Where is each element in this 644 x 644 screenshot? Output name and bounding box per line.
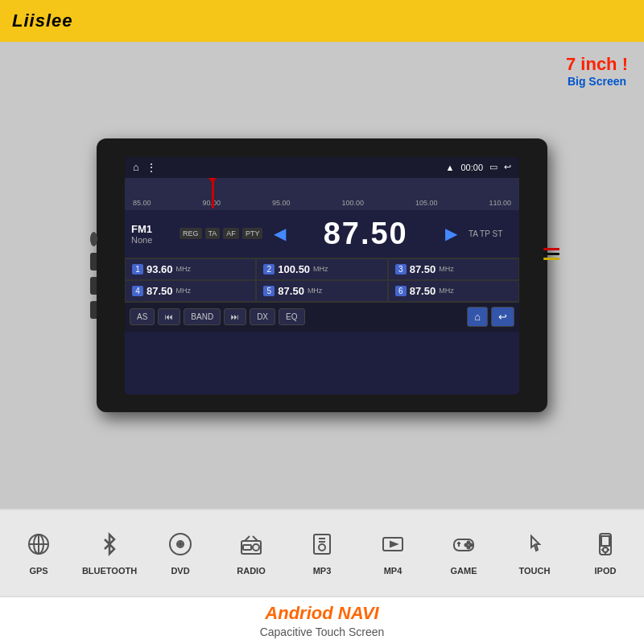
ctrl-prev[interactable]: ⏮ <box>158 308 180 325</box>
home-icon[interactable]: ⌂ <box>133 161 139 173</box>
preset-num-6: 6 <box>395 286 407 296</box>
feature-label-mp3: MP3 <box>313 566 332 576</box>
wire-red <box>543 248 559 250</box>
radio-info-right-text: TA TP ST <box>469 229 513 238</box>
power-button[interactable] <box>90 232 97 246</box>
bottom-text: Andriod NAVI Capacitive Touch Screen <box>0 597 644 644</box>
ctrl-back[interactable]: ↩ <box>491 307 514 327</box>
ctrl-home[interactable]: ⌂ <box>467 307 488 327</box>
features-bar: GPS Bluetooth DVD <box>0 509 644 597</box>
presets-grid: 1 93.60 MHz 2 100.50 MHz 3 87.50 MHz <box>125 258 519 303</box>
radio-tags: REG TA AF PTY <box>180 228 262 239</box>
preset-mhz-5: MHz <box>308 287 323 295</box>
feature-mp4: MP4 <box>357 525 428 582</box>
svg-point-10 <box>253 544 259 551</box>
top-banner: Liislee <box>0 0 644 42</box>
radio-upper: FM1 None REG TA AF PTY ◀ 87.50 ▶ TA TP S… <box>125 210 519 258</box>
radio-sub: None <box>131 235 171 245</box>
feature-mp3: MP3 <box>287 525 357 582</box>
game-icon <box>451 531 477 561</box>
feature-label-game: GAME <box>451 566 477 576</box>
radio-main: FM1 None REG TA AF PTY ◀ 87.50 ▶ TA TP S… <box>125 210 519 394</box>
size-label: 7 inch ! Big Screen <box>566 54 628 88</box>
side-button-3[interactable] <box>90 301 97 319</box>
device-screen: ⌂ ⋮ ▲ 00:00 ▭ ↩ 85.00 90.00 95.00 100.00… <box>125 157 519 394</box>
feature-label-ipod: IPOD <box>595 566 617 576</box>
preset-num-1: 1 <box>132 264 143 275</box>
back-status-icon[interactable]: ↩ <box>504 162 511 172</box>
freq-mark-5: 105.00 <box>415 199 438 207</box>
feature-radio: RADIO <box>216 525 287 582</box>
freq-mark-3: 95.00 <box>272 199 291 207</box>
svg-point-6 <box>179 543 182 546</box>
size-big-screen: Big Screen <box>566 75 628 88</box>
svg-rect-11 <box>243 545 251 550</box>
feature-dvd: DVD <box>145 525 216 582</box>
tag-ta[interactable]: TA <box>205 228 221 239</box>
feature-gps: GPS <box>3 525 74 582</box>
ctrl-as[interactable]: AS <box>130 308 155 325</box>
preset-freq-6: 87.50 <box>410 285 436 297</box>
radio-icon <box>238 531 264 561</box>
freq-arrow-left[interactable]: ◀ <box>269 224 291 243</box>
ctrl-band[interactable]: BAND <box>184 308 221 325</box>
brand-logo: Liislee <box>12 10 72 31</box>
control-bar: AS ⏮ BAND ⏭ DX EQ ⌂ ↩ <box>125 303 519 332</box>
mp4-icon <box>380 531 406 561</box>
side-button-2[interactable] <box>90 277 97 295</box>
freq-arrow-right[interactable]: ▶ <box>440 224 462 243</box>
preset-2[interactable]: 2 100.50 MHz <box>256 258 387 280</box>
bottom-title: Andriod NAVI <box>265 603 378 624</box>
side-button-1[interactable] <box>90 253 97 270</box>
freq-display: 87.50 <box>291 217 440 251</box>
wire-black <box>543 253 559 255</box>
svg-point-22 <box>468 541 470 543</box>
freq-mark-1: 85.00 <box>133 199 151 207</box>
feature-label-dvd: DVD <box>171 566 189 576</box>
feature-label-radio: RADIO <box>237 566 265 576</box>
svg-point-25 <box>470 543 473 546</box>
preset-freq-2: 100.50 <box>278 263 310 275</box>
preset-freq-5: 87.50 <box>278 285 304 297</box>
feature-label-gps: GPS <box>29 566 47 576</box>
size-inch: 7 inch ! <box>566 54 628 75</box>
bluetooth-icon <box>97 531 122 561</box>
feature-game: GAME <box>428 525 499 582</box>
preset-num-4: 4 <box>132 286 143 296</box>
preset-6[interactable]: 6 87.50 MHz <box>388 280 519 302</box>
preset-mhz-4: MHz <box>176 287 192 295</box>
radio-info-right: TA TP ST <box>469 229 513 238</box>
tag-pty[interactable]: PTY <box>242 228 263 239</box>
tag-reg[interactable]: REG <box>180 228 202 239</box>
wires <box>543 248 559 260</box>
preset-mhz-1: MHz <box>176 265 192 273</box>
feature-label-mp4: MP4 <box>384 566 402 576</box>
gps-icon <box>26 531 52 561</box>
time-display: 00:00 <box>460 163 483 172</box>
radio-mode: FM1 <box>131 223 171 235</box>
preset-5[interactable]: 5 87.50 MHz <box>256 280 387 302</box>
preset-3[interactable]: 3 87.50 MHz <box>388 258 519 280</box>
freq-mark-4: 100.00 <box>341 199 364 207</box>
preset-mhz-2: MHz <box>313 265 328 273</box>
svg-marker-17 <box>390 542 397 547</box>
ctrl-eq[interactable]: EQ <box>279 308 304 325</box>
preset-freq-3: 87.50 <box>410 263 436 275</box>
svg-point-24 <box>465 543 468 546</box>
mp3-icon <box>309 531 335 561</box>
preset-1[interactable]: 1 93.60 MHz <box>125 258 256 280</box>
svg-rect-27 <box>601 536 609 546</box>
svg-point-23 <box>468 546 470 548</box>
window-icon: ▭ <box>489 162 497 172</box>
preset-freq-1: 93.60 <box>147 263 173 275</box>
preset-num-5: 5 <box>263 286 275 296</box>
preset-4[interactable]: 4 87.50 MHz <box>125 280 256 302</box>
feature-label-bluetooth: Bluetooth <box>82 566 137 576</box>
device: ⌂ ⋮ ▲ 00:00 ▭ ↩ 85.00 90.00 95.00 100.00… <box>97 138 547 412</box>
ctrl-next[interactable]: ⏭ <box>224 308 246 325</box>
tag-af[interactable]: AF <box>223 228 239 239</box>
menu-icon[interactable]: ⋮ <box>146 161 157 174</box>
feature-touch: TOUCH <box>499 525 570 582</box>
ctrl-dx[interactable]: DX <box>250 308 275 325</box>
radio-info-left: FM1 None <box>131 223 171 245</box>
